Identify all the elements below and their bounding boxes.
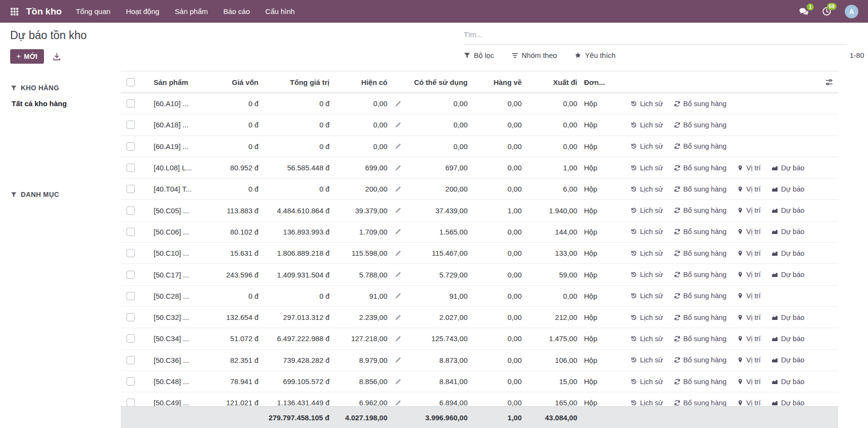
row-checkbox[interactable] bbox=[127, 249, 135, 257]
history-button[interactable]: Lịch sử bbox=[630, 121, 663, 129]
history-button[interactable]: Lịch sử bbox=[630, 228, 663, 235]
replenish-button[interactable]: Bổ sung hàng bbox=[674, 292, 727, 300]
replenish-button[interactable]: Bổ sung hàng bbox=[674, 249, 727, 257]
row-checkbox[interactable] bbox=[127, 356, 135, 364]
export-button[interactable] bbox=[53, 53, 61, 61]
row-checkbox[interactable] bbox=[127, 292, 135, 300]
history-button[interactable]: Lịch sử bbox=[630, 185, 663, 193]
edit-pencil-icon[interactable] bbox=[395, 357, 401, 363]
filters-button[interactable]: Bộ lọc bbox=[464, 51, 494, 59]
header-incoming[interactable]: Hàng về bbox=[468, 78, 522, 86]
forecast-button[interactable]: Dự báo bbox=[771, 207, 804, 214]
search-input[interactable] bbox=[464, 30, 847, 39]
replenish-button[interactable]: Bổ sung hàng bbox=[674, 142, 727, 150]
product-cell[interactable]: [50.C32] ... bbox=[148, 313, 210, 321]
row-checkbox[interactable] bbox=[127, 313, 135, 321]
edit-pencil-icon[interactable] bbox=[395, 378, 401, 385]
edit-pencil-icon[interactable] bbox=[395, 165, 401, 171]
replenish-button[interactable]: Bổ sung hàng bbox=[674, 207, 727, 214]
row-checkbox[interactable] bbox=[127, 271, 135, 279]
product-cell[interactable]: [50.C36] ... bbox=[148, 356, 210, 364]
header-available[interactable]: Có thể sử dụng bbox=[409, 78, 468, 86]
table-row[interactable]: [60.A10] ... 0 đ 0 đ 0,00 0,00 0,00 0,00… bbox=[121, 93, 838, 114]
location-button[interactable]: Vị trí bbox=[737, 228, 761, 235]
favorites-button[interactable]: Yêu thích bbox=[574, 51, 615, 59]
history-button[interactable]: Lịch sử bbox=[630, 356, 663, 364]
forecast-button[interactable]: Dự báo bbox=[771, 335, 804, 343]
edit-pencil-icon[interactable] bbox=[395, 100, 401, 107]
app-name[interactable]: Tồn kho bbox=[26, 6, 62, 17]
product-cell[interactable]: [40.L08] L... bbox=[148, 164, 210, 172]
category-section-header[interactable]: DANH MỤC bbox=[11, 191, 116, 198]
product-cell[interactable]: [50.C48] ... bbox=[148, 377, 210, 386]
location-button[interactable]: Vị trí bbox=[737, 207, 761, 214]
table-row[interactable]: [50.C36] ... 82.351 đ 739.428.282 đ 8.97… bbox=[121, 350, 838, 371]
row-checkbox[interactable] bbox=[127, 164, 135, 172]
forecast-button[interactable]: Dự báo bbox=[771, 185, 804, 193]
row-checkbox[interactable] bbox=[127, 99, 135, 108]
product-cell[interactable]: [60.A10] ... bbox=[148, 99, 210, 108]
edit-pencil-icon[interactable] bbox=[395, 122, 401, 128]
edit-pencil-icon[interactable] bbox=[395, 250, 401, 257]
product-cell[interactable]: [50.C06] ... bbox=[148, 228, 210, 236]
pager[interactable]: 1-80 bbox=[850, 51, 864, 59]
product-cell[interactable]: [60.A18] ... bbox=[148, 121, 210, 129]
optional-columns-button[interactable] bbox=[825, 78, 833, 86]
table-row[interactable]: [50.C28] ... 0 đ 0 đ 91,00 91,00 0,00 0,… bbox=[121, 286, 838, 307]
replenish-button[interactable]: Bổ sung hàng bbox=[674, 121, 727, 129]
edit-pencil-icon[interactable] bbox=[395, 143, 401, 150]
group-by-button[interactable]: Nhóm theo bbox=[512, 51, 557, 59]
product-cell[interactable]: [60.A19] ... bbox=[148, 142, 210, 151]
table-row[interactable]: [60.A18] ... 0 đ 0 đ 0,00 0,00 0,00 0,00… bbox=[121, 114, 838, 136]
table-row[interactable]: [50.C32] ... 132.654 đ 297.013.312 đ 2.2… bbox=[121, 307, 838, 328]
edit-pencil-icon[interactable] bbox=[395, 292, 401, 299]
activities-button[interactable]: 59 bbox=[822, 7, 831, 16]
history-button[interactable]: Lịch sử bbox=[630, 314, 663, 321]
row-checkbox[interactable] bbox=[127, 142, 135, 151]
edit-pencil-icon[interactable] bbox=[395, 314, 401, 321]
location-button[interactable]: Vị trí bbox=[737, 292, 761, 300]
location-button[interactable]: Vị trí bbox=[737, 399, 761, 406]
history-button[interactable]: Lịch sử bbox=[630, 378, 663, 386]
row-checkbox[interactable] bbox=[127, 377, 135, 386]
product-cell[interactable]: [50.C17] ... bbox=[148, 271, 210, 279]
forecast-button[interactable]: Dự báo bbox=[771, 356, 804, 364]
row-checkbox[interactable] bbox=[127, 207, 135, 215]
history-button[interactable]: Lịch sử bbox=[630, 335, 663, 343]
location-button[interactable]: Vị trí bbox=[737, 164, 761, 172]
new-button[interactable]: + MỚI bbox=[10, 49, 44, 64]
forecast-button[interactable]: Dự báo bbox=[771, 271, 804, 278]
replenish-button[interactable]: Bổ sung hàng bbox=[674, 314, 727, 321]
forecast-button[interactable]: Dự báo bbox=[771, 378, 804, 386]
replenish-button[interactable]: Bổ sung hàng bbox=[674, 356, 727, 364]
nav-item-reporting[interactable]: Báo cáo bbox=[217, 4, 256, 19]
user-avatar[interactable]: A bbox=[845, 5, 858, 18]
nav-item-products[interactable]: Sản phẩm bbox=[169, 4, 214, 19]
history-button[interactable]: Lịch sử bbox=[630, 142, 663, 150]
location-button[interactable]: Vị trí bbox=[737, 378, 761, 386]
edit-pencil-icon[interactable] bbox=[395, 271, 401, 278]
forecast-button[interactable]: Dự báo bbox=[771, 228, 804, 235]
apps-menu-button[interactable] bbox=[7, 4, 22, 19]
history-button[interactable]: Lịch sử bbox=[630, 164, 663, 172]
product-cell[interactable]: [50.C34] ... bbox=[148, 334, 210, 343]
row-checkbox[interactable] bbox=[127, 228, 135, 236]
history-button[interactable]: Lịch sử bbox=[630, 100, 663, 108]
forecast-button[interactable]: Dự báo bbox=[771, 164, 804, 172]
replenish-button[interactable]: Bổ sung hàng bbox=[674, 100, 727, 108]
header-outgoing[interactable]: Xuất đi bbox=[522, 78, 577, 86]
nav-item-configuration[interactable]: Cấu hình bbox=[259, 4, 301, 19]
history-button[interactable]: Lịch sử bbox=[630, 292, 663, 300]
row-checkbox[interactable] bbox=[127, 121, 135, 129]
warehouse-section-header[interactable]: KHO HÀNG bbox=[11, 84, 116, 92]
forecast-button[interactable]: Dự báo bbox=[771, 314, 804, 321]
forecast-button[interactable]: Dự báo bbox=[771, 399, 804, 406]
replenish-button[interactable]: Bổ sung hàng bbox=[674, 399, 727, 406]
select-all-checkbox[interactable] bbox=[127, 78, 135, 86]
forecast-button[interactable]: Dự báo bbox=[771, 249, 804, 257]
replenish-button[interactable]: Bổ sung hàng bbox=[674, 164, 727, 172]
product-cell[interactable]: [40.T04] T... bbox=[148, 185, 210, 193]
edit-pencil-icon[interactable] bbox=[395, 400, 401, 406]
edit-pencil-icon[interactable] bbox=[395, 228, 401, 235]
nav-item-overview[interactable]: Tổng quan bbox=[70, 4, 117, 19]
